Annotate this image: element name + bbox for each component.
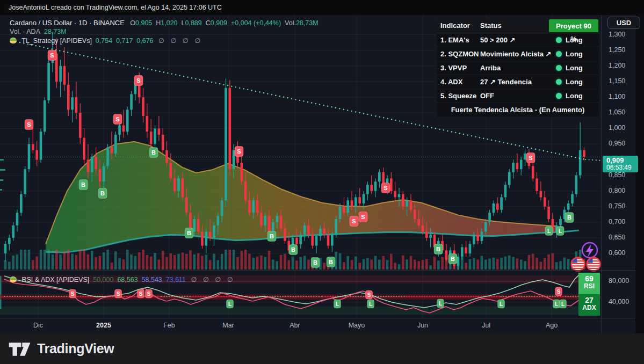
long-status-dot-icon — [556, 79, 562, 85]
rsi-badge-label: RSI — [578, 283, 600, 290]
tradingview-logo-icon[interactable] — [8, 341, 32, 357]
svg-text:B: B — [329, 259, 333, 265]
col-status: Status — [480, 19, 502, 33]
frog-icon — [10, 38, 17, 43]
time-label-Abr: Abr — [290, 322, 300, 329]
low-value: 0,889 — [185, 19, 201, 27]
indicator-row-3: 3. VPVPArribaLong — [437, 61, 599, 75]
time-label-Mayo: Mayo — [349, 322, 365, 329]
sell-signal-badge: S — [138, 289, 144, 298]
volume-label: Vol. — [285, 19, 296, 27]
strategy-value-3: 0,676 — [136, 37, 153, 45]
sell-signal-badge: S — [526, 153, 535, 163]
svg-text:S: S — [117, 291, 120, 297]
svg-text:B: B — [270, 233, 274, 239]
svg-text:L: L — [228, 301, 231, 307]
footer-bar: TradingView — [0, 333, 644, 364]
buy-signal-badge: B — [434, 244, 443, 254]
indicator-name: 2. SQZMON — [440, 47, 479, 61]
buy-signal-badge: B — [448, 254, 457, 264]
sell-signal-badge: S — [359, 212, 367, 222]
rsi-badge-value: 69 — [578, 273, 600, 283]
col-indicator: Indicator — [440, 19, 470, 33]
rsi-empty-values: ∅ ∅ ∅ ∅ — [191, 276, 235, 283]
open-label: O — [130, 19, 135, 27]
indicator-name: 3. VPVP — [440, 61, 467, 75]
svg-text:L: L — [439, 301, 442, 307]
indicator-row-4: 4. ADX27 ↗ TendenciaLong — [437, 75, 599, 89]
svg-text:B: B — [100, 190, 105, 196]
sell-signal-badge: S — [366, 290, 373, 299]
svg-text:S: S — [367, 292, 371, 298]
svg-text:S: S — [50, 52, 54, 59]
svg-text:S: S — [147, 291, 151, 297]
rsi-value-1: 50,000 — [93, 276, 113, 283]
buy-signal-badge: B — [79, 180, 88, 190]
long-signal-badge: L — [437, 299, 444, 308]
time-label-Mar: Mar — [222, 322, 234, 329]
strategy-legend: TL_Strategy [APIDEVs] 0,754 0,717 0,676 … — [10, 37, 202, 45]
symbol-title: Cardano / US Dollar · 1D · BINANCE — [10, 19, 125, 27]
long-signal-badge: L — [560, 300, 567, 308]
signal-label: Long — [566, 89, 583, 103]
svg-text:S: S — [557, 289, 561, 295]
open-value: 0,905 — [135, 19, 152, 27]
right-margin — [635, 15, 644, 333]
buy-signal-badge: B — [311, 258, 320, 268]
svg-text:B: B — [313, 259, 317, 266]
change-value: +0,004 (+0,44%) — [231, 19, 281, 27]
currency-button[interactable]: USD — [607, 17, 640, 29]
buy-signal-badge: B — [98, 188, 107, 199]
svg-text:L: L — [369, 301, 372, 307]
indicator-row-5: 5. SqueezeOFFLong — [437, 89, 599, 103]
signal-label: Long — [566, 75, 583, 89]
rsi-value-3: 58,543 — [142, 276, 162, 283]
frog-icon — [10, 276, 17, 282]
economic-event-lightning-icon[interactable] — [582, 243, 597, 258]
strategy-name: TL_Strategy [APIDEVs] — [21, 37, 92, 45]
svg-text:S: S — [71, 291, 75, 297]
svg-text:S: S — [136, 77, 140, 84]
rsi-value-2: 68,563 — [117, 276, 138, 283]
vol-ada-label: Vol. · ADA — [10, 28, 40, 35]
svg-text:S: S — [352, 218, 356, 224]
tradingview-wordmark[interactable]: TradingView — [37, 341, 114, 356]
svg-text:S: S — [27, 121, 31, 128]
time-label-Feb: Feb — [163, 322, 175, 329]
indicator-row-1: 1. EMA's50 > 200 ↗Long — [437, 33, 599, 47]
svg-text:B: B — [436, 246, 440, 252]
strategy-value-2: 0,717 — [116, 37, 133, 45]
indicator-status: Movimiento Alcista ↗ — [480, 47, 552, 61]
adx-badge-value: 27 — [578, 294, 600, 304]
time-label-Jun: Jun — [417, 322, 428, 329]
long-status-dot-icon — [556, 37, 562, 43]
sell-signal-badge: S — [69, 289, 76, 298]
time-label-Jul: Jul — [482, 322, 490, 329]
adx-badge-label: ADX — [578, 304, 600, 311]
svg-text:L: L — [500, 301, 503, 307]
close-label: C — [206, 19, 211, 27]
rsi-badge: 69 RSI — [578, 273, 600, 294]
us-flag-event-icon[interactable] — [571, 258, 585, 271]
sell-signal-badge: S — [113, 114, 122, 125]
close-value: 0,909 — [211, 19, 227, 27]
high-value: 1,020 — [161, 19, 177, 27]
project-button[interactable]: Proyect 90 % — [549, 19, 598, 32]
indicator-status: OFF — [480, 89, 494, 103]
us-flag-event-icon[interactable] — [587, 258, 600, 271]
indicator-status: Arriba — [480, 61, 501, 75]
sell-signal-badge: S — [48, 50, 56, 61]
signal-label: Long — [566, 47, 583, 61]
svg-text:S: S — [529, 155, 532, 161]
svg-text:B: B — [81, 181, 85, 188]
indicator-status: 27 ↗ Tendencia — [480, 75, 532, 89]
buy-signal-badge: B — [327, 257, 335, 267]
svg-text:B: B — [291, 246, 295, 253]
svg-text:B: B — [451, 256, 455, 262]
buy-signal-badge: B — [185, 228, 193, 238]
indicator-name: 5. Squeeze — [440, 89, 476, 103]
sell-signal-badge: S — [555, 287, 562, 296]
long-status-dot-icon — [556, 65, 562, 71]
sell-signal-badge: S — [350, 216, 358, 227]
time-label-2025: 2025 — [96, 322, 111, 329]
